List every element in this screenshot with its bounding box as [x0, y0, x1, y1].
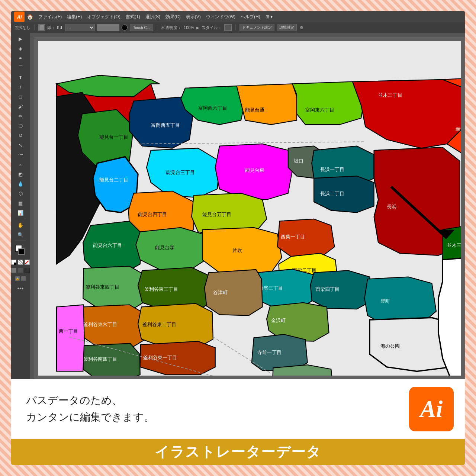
touch-type-button[interactable]: Touch C... — [130, 24, 153, 31]
ruler-horizontal — [30, 33, 465, 37]
home-icon[interactable]: 🏠 — [27, 14, 33, 20]
tool-separator — [15, 219, 26, 219]
env-settings-button[interactable]: 環境設定 — [277, 24, 297, 31]
svg-text:能見台五丁目: 能見台五丁目 — [202, 212, 231, 217]
svg-text:釜利谷東四丁目: 釜利谷東四丁目 — [86, 284, 119, 290]
bottom-area: パスデータのため、 カンタンに編集できます。 Ai — [11, 379, 465, 439]
style-swatch[interactable] — [224, 24, 232, 31]
tool-chart[interactable]: 📊 — [16, 208, 25, 217]
tool-rect[interactable]: □ — [16, 92, 25, 101]
menu-type[interactable]: 書式(T) — [123, 13, 142, 21]
workspace: ▶ ◈ ✒ ⌒ T / □ 🖌 ✏ ⬡ ↺ ⤡ 〜 ⬦ ◩ 💧 ⬡ — [11, 33, 465, 379]
svg-text:能見台三丁目: 能見台三丁目 — [166, 170, 195, 175]
tool-separator-2 — [15, 241, 26, 241]
artboard-icon[interactable] — [21, 276, 26, 281]
stroke-color-box-tool[interactable] — [18, 248, 25, 255]
tool-curvature[interactable]: ⌒ — [16, 63, 25, 72]
svg-text:能見台森: 能見台森 — [155, 245, 174, 250]
view-mode-btns — [11, 268, 30, 273]
text-area: パスデータのため、 カンタンに編集できます。 — [11, 379, 398, 439]
ai-badge: Ai — [409, 387, 454, 431]
tool-hand[interactable]: ✋ — [16, 221, 25, 229]
doc-settings-button[interactable]: ドキュメント設定 — [239, 24, 274, 31]
menu-window[interactable]: ウィンドウ(W) — [204, 13, 238, 21]
ai-window: Ai 🏠 ファイル(F) 編集(E) オブジェクト(O) 書式(T) 選択(S)… — [11, 11, 465, 379]
color-gradient-bar — [97, 24, 119, 31]
style-label: スタイル： — [202, 25, 222, 30]
tool-eraser[interactable]: ⬡ — [16, 121, 25, 130]
color-swatches — [14, 244, 27, 257]
svg-text:堀口: 堀口 — [293, 158, 303, 164]
ruler-vertical — [30, 37, 34, 379]
view-mode-3[interactable] — [25, 268, 30, 273]
menu-file[interactable]: ファイル(F) — [36, 13, 64, 21]
view-mode-1[interactable] — [11, 268, 16, 273]
svg-text:能見台通: 能見台通 — [245, 107, 264, 113]
tool-type[interactable]: T — [16, 73, 25, 82]
svg-text:釜利谷東六丁目: 釜利谷東六丁目 — [83, 322, 117, 327]
svg-text:能見台六丁目: 能見台六丁目 — [93, 243, 122, 248]
svg-text:幸浦二: 幸浦二 — [456, 127, 461, 132]
normal-mode[interactable] — [11, 260, 16, 265]
tool-blend[interactable]: ⬡ — [16, 189, 25, 198]
description-text: パスデータのため、 カンタンに編集できます。 — [26, 392, 154, 426]
svg-text:能見台一丁目: 能見台一丁目 — [99, 135, 128, 140]
fill-swatch[interactable] — [38, 24, 45, 31]
outer-frame: Ai 🏠 ファイル(F) 編集(E) オブジェクト(O) 書式(T) 選択(S)… — [0, 0, 476, 476]
menu-view[interactable]: 表示(V) — [184, 13, 203, 21]
opacity-arrow[interactable]: ▶ — [196, 26, 199, 30]
tool-scale[interactable]: ⤡ — [16, 141, 25, 149]
svg-text:富岡西五丁目: 富岡西五丁目 — [151, 122, 180, 128]
settings-expand[interactable]: ⚙ — [300, 25, 303, 30]
map-svg: 能見台一丁目 富岡西五丁目 富岡西六丁目 能見台通 — [38, 41, 461, 376]
gradient-mode[interactable] — [18, 260, 23, 265]
svg-text:谷津町: 谷津町 — [213, 290, 228, 295]
tool-bars[interactable]: ▦ — [16, 199, 25, 208]
view-mode-2[interactable] — [18, 268, 23, 273]
tool-gradient[interactable]: ◩ — [16, 170, 25, 178]
svg-text:釜利谷東一丁目: 釜利谷東一丁目 — [143, 355, 177, 360]
svg-text:西一丁目: 西一丁目 — [59, 329, 78, 334]
selection-label: 選択なし — [14, 25, 30, 30]
svg-text:片吹: 片吹 — [232, 248, 242, 253]
tool-shapebuilder[interactable]: ⬦ — [16, 160, 25, 169]
opacity-label: 不透明度： — [161, 25, 181, 30]
control-bar: 選択なし 線： ⬆⬇ — Touch C... 不透明度： 100% ▶ — [11, 22, 465, 33]
ai-badge-area: Ai — [398, 379, 465, 439]
svg-text:能見台東: 能見台東 — [245, 168, 264, 173]
menu-select[interactable]: 選択(S) — [143, 13, 163, 21]
desc-line2: カンタンに編集できます。 — [26, 409, 154, 426]
menu-layout[interactable]: ⊞ ▾ — [263, 13, 275, 20]
stroke-width-select[interactable]: — — [65, 24, 95, 31]
menu-object[interactable]: オブジェクト(O) — [85, 13, 122, 21]
tool-rotate[interactable]: ↺ — [16, 131, 25, 140]
footer-text: イラストレーターデータ — [155, 443, 321, 461]
menu-effect[interactable]: 効果(C) — [163, 13, 183, 21]
stroke-label: 線： — [47, 25, 55, 30]
tool-paintbrush[interactable]: 🖌 — [16, 102, 25, 111]
stroke-color-circle[interactable] — [122, 25, 128, 30]
tool-eyedropper[interactable]: 💧 — [16, 179, 25, 188]
menu-edit[interactable]: 編集(E) — [65, 13, 84, 21]
none-mode[interactable] — [25, 260, 30, 265]
main-container: Ai 🏠 ファイル(F) 編集(E) オブジェクト(O) 書式(T) 選択(S)… — [11, 11, 465, 465]
stroke-control: 線： ⬆⬇ — [47, 25, 63, 30]
tool-pen[interactable]: ✒ — [16, 54, 25, 62]
tool-line[interactable]: / — [16, 83, 25, 91]
left-toolbar: ▶ ◈ ✒ ⌒ T / □ 🖌 ✏ ⬡ ↺ ⤡ 〜 ⬦ ◩ 💧 ⬡ — [11, 33, 30, 379]
svg-text:並木三丁目: 並木三丁目 — [447, 243, 461, 248]
tool-zoom[interactable]: 🔍 — [16, 230, 25, 239]
tool-select[interactable]: ▶ — [16, 34, 25, 43]
artboard-btns: 🔒 — [15, 276, 26, 281]
tool-direct-select[interactable]: ◈ — [16, 44, 25, 53]
tool-pencil[interactable]: ✏ — [16, 112, 25, 120]
bottom-bar: イラストレーターデータ — [11, 439, 465, 465]
stroke-arrows[interactable]: ⬆⬇ — [56, 25, 63, 30]
svg-text:釜利谷東二丁目: 釜利谷東二丁目 — [142, 322, 176, 327]
menu-help[interactable]: ヘルプ(H) — [238, 13, 263, 21]
tool-warp[interactable]: 〜 — [16, 150, 25, 159]
svg-text:釜利谷東三丁目: 釜利谷東三丁目 — [144, 287, 178, 292]
svg-text:並木三丁目: 並木三丁目 — [378, 93, 402, 98]
lock-icon[interactable]: 🔒 — [15, 276, 20, 281]
more-tools[interactable]: ••• — [16, 284, 25, 293]
